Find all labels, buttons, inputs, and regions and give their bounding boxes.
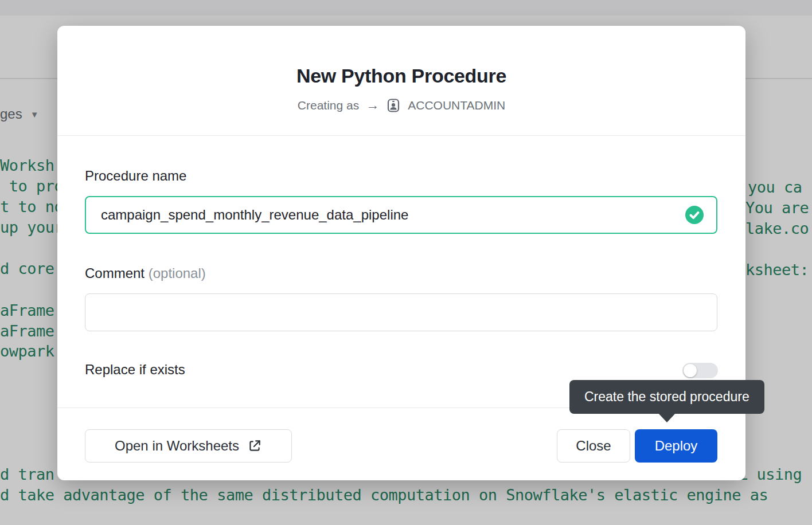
external-link-icon — [247, 438, 262, 453]
deploy-button-label: Deploy — [655, 438, 698, 454]
toggle-knob — [684, 364, 697, 377]
code-snippet: aFrame. — [0, 301, 63, 319]
close-button[interactable]: Close — [557, 429, 630, 463]
code-snippet: up your — [0, 218, 63, 236]
deploy-button[interactable]: Deploy — [635, 429, 717, 463]
tooltip-arrow — [658, 413, 676, 422]
arrow-right-icon: → — [366, 97, 379, 113]
procedure-name-input[interactable] — [85, 196, 717, 234]
comment-field-wrap — [85, 293, 717, 331]
packages-dropdown-label: ges — [0, 106, 22, 122]
code-snippet: you ca — [748, 178, 802, 196]
code-snippet: Worksh — [0, 156, 54, 174]
code-snippet: You are — [745, 199, 809, 217]
valid-check-icon — [685, 206, 704, 224]
deploy-tooltip-text: Create the stored procedure — [584, 389, 749, 404]
close-button-label: Close — [576, 438, 611, 454]
replace-if-exists-toggle[interactable] — [682, 363, 718, 378]
comment-input[interactable] — [85, 293, 717, 331]
open-in-worksheets-label: Open in Worksheets — [115, 438, 239, 454]
code-snippet: t to no — [0, 198, 63, 216]
code-snippet: aFrame. — [0, 322, 63, 340]
role-name: ACCOUNTADMIN — [408, 99, 505, 112]
code-snippet: d tran — [0, 465, 54, 483]
user-badge-icon — [386, 98, 401, 113]
dialog-title: New Python Procedure — [57, 65, 745, 87]
packages-dropdown: ges ▼ — [0, 106, 39, 122]
code-snippet: d take advantage of the same distributed… — [0, 486, 768, 504]
code-snippet: ksheet: — [745, 261, 809, 279]
dialog-header: New Python Procedure Creating as → ACCOU… — [57, 26, 745, 136]
comment-label-text: Comment — [85, 265, 145, 281]
code-snippet: L using — [739, 465, 802, 483]
creating-as-label: Creating as — [298, 99, 359, 112]
procedure-name-label: Procedure name — [85, 168, 186, 184]
chevron-down-icon: ▼ — [30, 109, 39, 119]
open-in-worksheets-button[interactable]: Open in Worksheets — [85, 429, 292, 463]
code-snippet: d core — [0, 260, 54, 277]
background-top-bar — [0, 0, 812, 15]
code-snippet: to pro — [0, 177, 63, 195]
deploy-tooltip: Create the stored procedure — [569, 380, 764, 414]
dialog-footer: Open in Worksheets Close Deploy — [57, 408, 745, 480]
code-snippet: owpark — [0, 342, 54, 360]
screen: ges ▼ Worksh to pro t to no up your d co… — [0, 0, 812, 525]
creating-as-row: Creating as → ACCOUNTADMIN — [57, 97, 745, 113]
replace-if-exists-label: Replace if exists — [85, 362, 185, 378]
code-snippet: lake.co — [745, 220, 809, 237]
comment-label: Comment (optional) — [85, 265, 206, 281]
procedure-name-field-wrap — [85, 196, 717, 234]
comment-optional-text: (optional) — [149, 265, 206, 281]
